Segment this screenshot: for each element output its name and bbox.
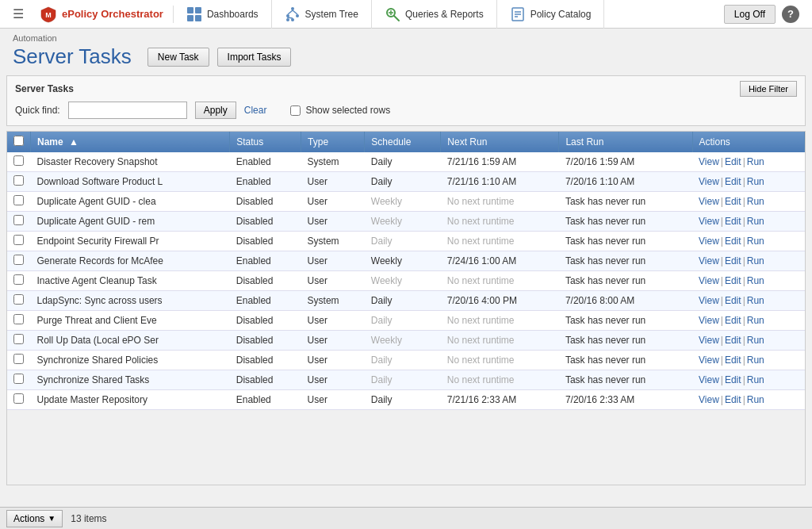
edit-link[interactable]: Edit — [725, 335, 741, 346]
edit-link[interactable]: Edit — [725, 394, 741, 405]
row-name: Endpoint Security Firewall Pr — [31, 232, 230, 251]
run-link[interactable]: Run — [747, 176, 764, 187]
tasks-table: Name ▲ Status Type Schedule Next Run Las… — [7, 132, 805, 410]
page-title-row: Server Tasks New Task Import Tasks — [13, 44, 799, 69]
row-checkbox[interactable] — [13, 294, 24, 305]
row-name: LdapSync: Sync across users — [31, 291, 230, 311]
apply-button[interactable]: Apply — [195, 102, 236, 119]
nav-item-policy[interactable]: Policy Catalog — [497, 0, 605, 29]
view-link[interactable]: View — [699, 255, 719, 266]
run-link[interactable]: Run — [747, 196, 764, 207]
view-link[interactable]: View — [699, 156, 719, 167]
show-selected-checkbox[interactable] — [290, 105, 301, 116]
edit-link[interactable]: Edit — [725, 156, 741, 167]
col-schedule[interactable]: Schedule — [365, 132, 441, 152]
view-link[interactable]: View — [699, 335, 719, 346]
run-link[interactable]: Run — [747, 295, 764, 306]
nav-item-system-tree[interactable]: System Tree — [272, 0, 372, 29]
table-row: Duplicate Agent GUID - clea Disabled Use… — [7, 192, 805, 212]
edit-link[interactable]: Edit — [725, 255, 741, 266]
row-next-run: No next runtime — [441, 271, 559, 291]
edit-link[interactable]: Edit — [725, 355, 741, 366]
row-checkbox[interactable] — [13, 334, 24, 344]
row-checkbox[interactable] — [13, 255, 24, 265]
page-header: Automation Server Tasks New Task Import … — [0, 29, 812, 75]
run-link[interactable]: Run — [747, 355, 764, 366]
edit-link[interactable]: Edit — [725, 236, 741, 247]
run-link[interactable]: Run — [747, 216, 764, 227]
row-checkbox[interactable] — [13, 155, 24, 166]
row-checkbox-cell — [7, 390, 31, 410]
view-link[interactable]: View — [699, 355, 719, 366]
view-link[interactable]: View — [699, 374, 719, 385]
row-last-run: Task has never run — [559, 212, 692, 232]
row-checkbox[interactable] — [13, 393, 24, 404]
col-name[interactable]: Name ▲ — [31, 132, 230, 152]
col-actions: Actions — [692, 132, 804, 152]
row-checkbox[interactable] — [13, 175, 24, 186]
svg-point-11 — [291, 18, 294, 21]
sep1: | — [721, 176, 723, 187]
view-link[interactable]: View — [699, 394, 719, 405]
view-link[interactable]: View — [699, 275, 719, 286]
run-link[interactable]: Run — [747, 315, 764, 326]
help-button[interactable]: ? — [782, 6, 799, 23]
run-link[interactable]: Run — [747, 275, 764, 286]
row-checkbox[interactable] — [13, 235, 24, 245]
col-select[interactable] — [7, 132, 31, 152]
view-link[interactable]: View — [699, 315, 719, 326]
clear-link[interactable]: Clear — [244, 105, 267, 116]
view-link[interactable]: View — [699, 196, 719, 207]
sep2: | — [743, 216, 745, 227]
actions-button[interactable]: Actions ▼ — [6, 510, 63, 527]
svg-text:M: M — [45, 11, 52, 19]
quick-find-input[interactable] — [68, 102, 187, 119]
row-checkbox[interactable] — [13, 354, 24, 364]
edit-link[interactable]: Edit — [725, 196, 741, 207]
row-last-run: Task has never run — [559, 251, 692, 271]
view-link[interactable]: View — [699, 216, 719, 227]
select-all-checkbox[interactable] — [13, 136, 24, 146]
row-checkbox[interactable] — [13, 274, 24, 285]
edit-link[interactable]: Edit — [725, 295, 741, 306]
view-link[interactable]: View — [699, 176, 719, 187]
hide-filter-button[interactable]: Hide Filter — [740, 81, 797, 97]
edit-link[interactable]: Edit — [725, 176, 741, 187]
row-last-run: 7/20/16 1:59 AM — [559, 152, 692, 172]
row-next-run: No next runtime — [441, 370, 559, 390]
run-link[interactable]: Run — [747, 394, 764, 405]
run-link[interactable]: Run — [747, 255, 764, 266]
view-link[interactable]: View — [699, 295, 719, 306]
view-link[interactable]: View — [699, 236, 719, 247]
row-checkbox[interactable] — [13, 374, 24, 384]
filter-panel: Server Tasks Hide Filter Quick find: App… — [6, 75, 806, 126]
run-link[interactable]: Run — [747, 236, 764, 247]
sep2: | — [743, 315, 745, 326]
menu-icon[interactable]: ☰ — [6, 6, 30, 21]
nav-item-queries[interactable]: Queries & Reports — [372, 0, 497, 29]
row-checkbox[interactable] — [13, 314, 24, 324]
row-type: User — [301, 370, 365, 390]
col-type[interactable]: Type — [301, 132, 365, 152]
import-tasks-button[interactable]: Import Tasks — [217, 48, 292, 67]
run-link[interactable]: Run — [747, 156, 764, 167]
run-link[interactable]: Run — [747, 335, 764, 346]
edit-link[interactable]: Edit — [725, 275, 741, 286]
table-row: Synchronize Shared Policies Disabled Use… — [7, 351, 805, 370]
nav-brand: M ePolicy Orchestrator — [30, 6, 174, 23]
table-row: Duplicate Agent GUID - rem Disabled User… — [7, 212, 805, 232]
col-status[interactable]: Status — [230, 132, 301, 152]
row-checkbox[interactable] — [13, 195, 24, 205]
col-next-run[interactable]: Next Run — [441, 132, 559, 152]
table-row: Roll Up Data (Local ePO Ser Disabled Use… — [7, 331, 805, 351]
edit-link[interactable]: Edit — [725, 216, 741, 227]
edit-link[interactable]: Edit — [725, 374, 741, 385]
row-checkbox[interactable] — [13, 215, 24, 225]
col-last-run[interactable]: Last Run — [559, 132, 692, 152]
edit-link[interactable]: Edit — [725, 315, 741, 326]
row-actions: View|Edit|Run — [692, 311, 804, 331]
new-task-button[interactable]: New Task — [147, 48, 209, 67]
log-off-button[interactable]: Log Off — [724, 5, 776, 24]
nav-item-dashboards[interactable]: Dashboards — [174, 0, 272, 29]
run-link[interactable]: Run — [747, 374, 764, 385]
